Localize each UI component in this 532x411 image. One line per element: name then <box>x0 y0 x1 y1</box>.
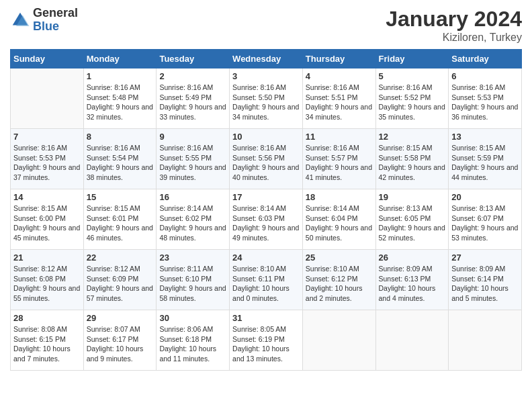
day-info: Sunrise: 8:14 AMSunset: 6:04 PMDaylight:… <box>306 203 373 243</box>
sunrise-text: Sunrise: 8:16 AM <box>451 83 519 93</box>
sunset-text: Sunset: 6:08 PM <box>13 274 81 284</box>
daylight-text: Daylight: 9 hours and 58 minutes. <box>159 283 226 303</box>
day-number: 1 <box>87 71 154 81</box>
sunset-text: Sunset: 6:05 PM <box>379 214 446 224</box>
calendar-cell <box>375 310 449 371</box>
sunset-text: Sunset: 6:14 PM <box>451 274 519 284</box>
sunset-text: Sunset: 6:09 PM <box>87 274 154 284</box>
daylight-text: Daylight: 9 hours and 50 minutes. <box>306 223 373 242</box>
day-number: 14 <box>13 192 81 202</box>
day-info: Sunrise: 8:16 AMSunset: 5:56 PMDaylight:… <box>232 143 300 183</box>
logo-general-text: General <box>33 7 78 20</box>
sunset-text: Sunset: 5:50 PM <box>232 93 300 103</box>
logo-blue-text: Blue <box>33 20 78 34</box>
day-info: Sunrise: 8:16 AMSunset: 5:52 PMDaylight:… <box>379 83 446 122</box>
daylight-text: Daylight: 9 hours and 40 minutes. <box>232 163 300 182</box>
subtitle: Kiziloren, Turkey <box>386 32 522 44</box>
sunset-text: Sunset: 5:58 PM <box>379 153 446 163</box>
day-number: 5 <box>379 71 446 81</box>
day-number: 22 <box>87 253 154 263</box>
daylight-text: Daylight: 9 hours and 38 minutes. <box>87 163 154 182</box>
title-area: January 2024 Kiziloren, Turkey <box>386 7 522 44</box>
sunrise-text: Sunrise: 8:16 AM <box>13 143 81 153</box>
sunrise-text: Sunrise: 8:15 AM <box>13 203 81 214</box>
weekday-header: Wednesday <box>230 50 303 68</box>
daylight-text: Daylight: 9 hours and 49 minutes. <box>232 223 300 242</box>
logo-text: General Blue <box>33 7 78 34</box>
sunrise-text: Sunrise: 8:16 AM <box>159 83 226 93</box>
calendar-cell: 27Sunrise: 8:09 AMSunset: 6:14 PMDayligh… <box>449 250 522 310</box>
sunrise-text: Sunrise: 8:16 AM <box>232 143 300 153</box>
sunrise-text: Sunrise: 8:15 AM <box>87 203 154 214</box>
daylight-text: Daylight: 9 hours and 34 minutes. <box>306 102 373 122</box>
calendar-cell <box>449 310 522 371</box>
calendar-week-row: 28Sunrise: 8:08 AMSunset: 6:15 PMDayligh… <box>11 310 522 371</box>
calendar-cell: 20Sunrise: 8:13 AMSunset: 6:07 PMDayligh… <box>449 189 522 250</box>
day-number: 2 <box>159 71 226 81</box>
calendar-cell <box>302 310 375 371</box>
calendar-week-row: 7Sunrise: 8:16 AMSunset: 5:53 PMDaylight… <box>11 129 522 189</box>
day-info: Sunrise: 8:09 AMSunset: 6:14 PMDaylight:… <box>451 264 519 304</box>
calendar-cell: 7Sunrise: 8:16 AMSunset: 5:53 PMDaylight… <box>11 129 84 189</box>
day-info: Sunrise: 8:15 AMSunset: 6:01 PMDaylight:… <box>87 203 154 243</box>
sunrise-text: Sunrise: 8:12 AM <box>87 264 154 274</box>
day-info: Sunrise: 8:15 AMSunset: 6:00 PMDaylight:… <box>13 203 81 243</box>
sunset-text: Sunset: 6:01 PM <box>87 214 154 224</box>
sunset-text: Sunset: 6:17 PM <box>87 334 154 345</box>
day-number: 11 <box>306 132 373 142</box>
weekday-header: Monday <box>83 50 157 68</box>
day-info: Sunrise: 8:16 AMSunset: 5:48 PMDaylight:… <box>87 83 154 122</box>
calendar-cell: 2Sunrise: 8:16 AMSunset: 5:49 PMDaylight… <box>157 68 230 129</box>
sunset-text: Sunset: 6:02 PM <box>159 214 226 224</box>
day-number: 16 <box>159 192 226 202</box>
calendar-cell: 12Sunrise: 8:15 AMSunset: 5:58 PMDayligh… <box>375 129 449 189</box>
daylight-text: Daylight: 10 hours and 4 minutes. <box>379 283 446 303</box>
calendar-cell: 21Sunrise: 8:12 AMSunset: 6:08 PMDayligh… <box>11 250 84 310</box>
sunrise-text: Sunrise: 8:05 AM <box>232 324 300 334</box>
day-info: Sunrise: 8:05 AMSunset: 6:19 PMDaylight:… <box>232 324 300 364</box>
sunrise-text: Sunrise: 8:16 AM <box>232 83 300 93</box>
weekday-header: Saturday <box>449 50 522 68</box>
day-info: Sunrise: 8:16 AMSunset: 5:54 PMDaylight:… <box>87 143 154 183</box>
day-info: Sunrise: 8:16 AMSunset: 5:53 PMDaylight:… <box>13 143 81 183</box>
day-number: 7 <box>13 132 81 142</box>
calendar-cell: 4Sunrise: 8:16 AMSunset: 5:51 PMDaylight… <box>302 68 375 129</box>
daylight-text: Daylight: 10 hours and 13 minutes. <box>232 344 300 363</box>
daylight-text: Daylight: 10 hours and 9 minutes. <box>87 344 154 363</box>
weekday-header-row: SundayMondayTuesdayWednesdayThursdayFrid… <box>11 50 522 68</box>
daylight-text: Daylight: 10 hours and 7 minutes. <box>13 344 81 363</box>
daylight-text: Daylight: 9 hours and 41 minutes. <box>306 163 373 182</box>
calendar-cell: 17Sunrise: 8:14 AMSunset: 6:03 PMDayligh… <box>230 189 303 250</box>
sunset-text: Sunset: 5:51 PM <box>306 93 373 103</box>
day-info: Sunrise: 8:15 AMSunset: 5:59 PMDaylight:… <box>451 143 519 183</box>
calendar-cell: 8Sunrise: 8:16 AMSunset: 5:54 PMDaylight… <box>83 129 157 189</box>
daylight-text: Daylight: 9 hours and 52 minutes. <box>379 223 446 242</box>
calendar-cell: 23Sunrise: 8:11 AMSunset: 6:10 PMDayligh… <box>157 250 230 310</box>
day-info: Sunrise: 8:12 AMSunset: 6:09 PMDaylight:… <box>87 264 154 304</box>
sunrise-text: Sunrise: 8:11 AM <box>159 264 226 274</box>
sunrise-text: Sunrise: 8:16 AM <box>87 83 154 93</box>
weekday-header: Tuesday <box>157 50 230 68</box>
day-number: 21 <box>13 253 81 263</box>
sunrise-text: Sunrise: 8:15 AM <box>451 143 519 153</box>
sunrise-text: Sunrise: 8:14 AM <box>159 203 226 214</box>
sunset-text: Sunset: 5:55 PM <box>159 153 226 163</box>
sunrise-text: Sunrise: 8:12 AM <box>13 264 81 274</box>
calendar-cell: 16Sunrise: 8:14 AMSunset: 6:02 PMDayligh… <box>157 189 230 250</box>
sunset-text: Sunset: 5:54 PM <box>87 153 154 163</box>
daylight-text: Daylight: 10 hours and 11 minutes. <box>159 344 226 363</box>
daylight-text: Daylight: 9 hours and 57 minutes. <box>87 283 154 303</box>
daylight-text: Daylight: 9 hours and 53 minutes. <box>451 223 519 242</box>
day-info: Sunrise: 8:16 AMSunset: 5:50 PMDaylight:… <box>232 83 300 122</box>
sunset-text: Sunset: 6:00 PM <box>13 214 81 224</box>
calendar-week-row: 1Sunrise: 8:16 AMSunset: 5:48 PMDaylight… <box>11 68 522 129</box>
day-number: 10 <box>232 132 300 142</box>
day-number: 19 <box>379 192 446 202</box>
day-info: Sunrise: 8:11 AMSunset: 6:10 PMDaylight:… <box>159 264 226 304</box>
sunset-text: Sunset: 6:19 PM <box>232 334 300 345</box>
calendar-cell: 5Sunrise: 8:16 AMSunset: 5:52 PMDaylight… <box>375 68 449 129</box>
day-info: Sunrise: 8:14 AMSunset: 6:03 PMDaylight:… <box>232 203 300 243</box>
daylight-text: Daylight: 9 hours and 36 minutes. <box>451 102 519 122</box>
sunrise-text: Sunrise: 8:10 AM <box>232 264 300 274</box>
main-title: January 2024 <box>386 7 522 32</box>
